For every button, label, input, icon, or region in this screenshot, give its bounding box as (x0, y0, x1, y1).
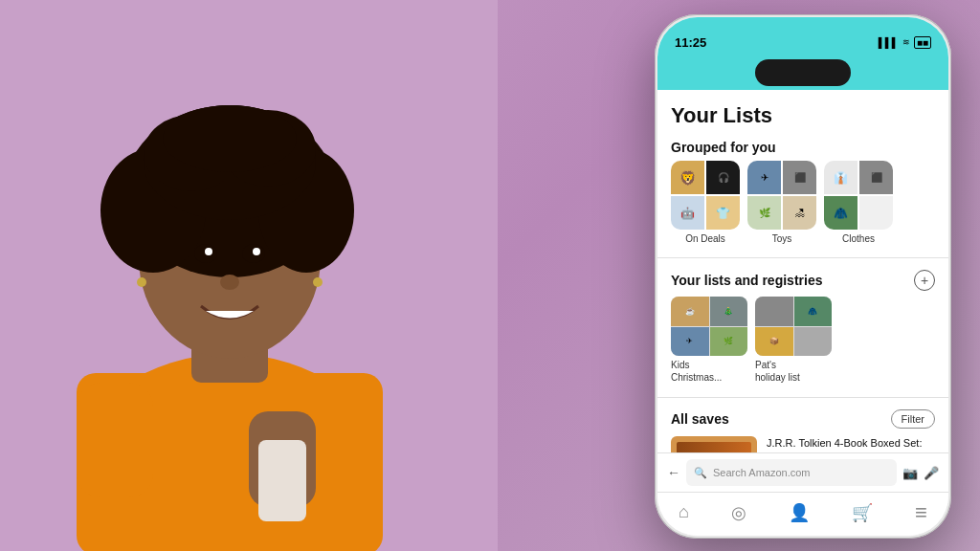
account-icon: 👤 (789, 502, 810, 523)
book-stack (671, 436, 757, 452)
toys-cell-2 (783, 161, 816, 194)
category-clothes[interactable]: Clothes (824, 161, 893, 244)
product-title: J.R.R. Tolkien 4-Book Boxed Set: The Hob… (767, 436, 935, 452)
svg-point-14 (205, 248, 212, 255)
search-icon: 🔍 (694, 467, 707, 479)
on-deals-cell-2 (706, 161, 740, 194)
clothes-cell-2 (859, 161, 893, 194)
toys-cell-3 (747, 196, 781, 230)
pats-holiday-label: Pat'sholiday list (755, 359, 832, 384)
home-icon: ⌂ (679, 502, 689, 522)
kc-cell-4: 🌿 (710, 327, 748, 357)
nav-home[interactable]: ⌂ (679, 502, 689, 522)
status-bar: 11:25 ▌▌▌ ≋ ■■ (657, 17, 948, 59)
screen-content[interactable]: Your Lists Grouped for you On Deals (657, 90, 948, 452)
menu-icon: ≡ (915, 500, 927, 525)
nav-account[interactable]: 👤 (789, 502, 810, 523)
signal-icon: ▌▌▌ (879, 37, 899, 48)
battery-icon: ■■ (914, 36, 931, 49)
ph-cell-3: 📦 (755, 327, 793, 357)
saves-title: All saves (671, 411, 729, 427)
kc-cell-2: 🎄 (710, 297, 748, 326)
clothes-cell-3 (824, 196, 858, 230)
lists-title: Your lists and registries (671, 273, 822, 288)
nav-menu[interactable]: ≡ (915, 500, 927, 525)
camera-icon[interactable]: 📷 (902, 466, 918, 480)
toys-grid (747, 161, 816, 230)
add-list-button[interactable]: + (914, 270, 935, 291)
divider-2 (657, 397, 948, 398)
category-on-deals[interactable]: On Deals (671, 161, 740, 244)
page-title: Your Lists (657, 90, 948, 134)
dynamic-island-area (657, 59, 948, 90)
product-card[interactable]: J.R.R. Tolkien 4-Book Boxed Set: The Hob… (657, 436, 948, 452)
list-item-kids-christmas[interactable]: ☕ 🎄 ✈ 🌿 KidsChristmas... (671, 297, 747, 384)
person-photo (0, 0, 498, 551)
mic-icon[interactable]: 🎤 (924, 466, 939, 480)
lists-section-header: Your lists and registries + (657, 262, 948, 297)
kids-christmas-img: ☕ 🎄 ✈ 🌿 (671, 297, 747, 356)
ph-cell-2: 🧥 (794, 297, 833, 326)
toys-cell-4 (783, 196, 816, 230)
svg-point-15 (253, 248, 260, 255)
saves-header: All saves Filter (657, 402, 948, 436)
svg-rect-21 (77, 383, 153, 497)
clothes-label: Clothes (842, 233, 875, 244)
svg-point-18 (313, 277, 323, 287)
svg-rect-20 (258, 440, 306, 521)
svg-point-17 (137, 277, 146, 287)
on-deals-cell-4 (706, 196, 740, 230)
svg-point-11 (163, 105, 297, 172)
back-button[interactable]: ← (667, 465, 680, 480)
on-deals-label: On Deals (685, 233, 725, 244)
cart-icon: 🛒 (852, 502, 873, 523)
nav-search[interactable]: ◎ (731, 502, 746, 523)
list-item-pats-holiday[interactable]: 🧥 📦 Pat'sholiday list (755, 297, 832, 384)
categories-row: On Deals Toys (657, 161, 948, 253)
search-input[interactable]: 🔍 Search Amazon.com (686, 459, 897, 486)
toys-label: Toys (772, 233, 792, 244)
pats-holiday-img: 🧥 📦 (755, 297, 832, 356)
clothes-cell-4 (859, 196, 893, 230)
nav-cart[interactable]: 🛒 (852, 502, 873, 523)
kc-cell-1: ☕ (671, 297, 709, 326)
bottom-nav: ⌂ ◎ 👤 🛒 ≡ (657, 492, 948, 536)
on-deals-cell-1 (671, 161, 704, 194)
category-toys[interactable]: Toys (747, 161, 816, 244)
search-placeholder: Search Amazon.com (713, 467, 811, 478)
wifi-icon: ≋ (902, 37, 910, 47)
status-icons: ▌▌▌ ≋ ■■ (879, 36, 931, 49)
dynamic-island-pill (755, 59, 851, 86)
lists-row[interactable]: ☕ 🎄 ✈ 🌿 KidsChristmas... 🧥 📦 (657, 297, 948, 393)
grouped-section-header: Grouped for you (657, 134, 948, 161)
clothes-cell-1 (824, 161, 858, 194)
product-details: J.R.R. Tolkien 4-Book Boxed Set: The Hob… (767, 436, 935, 452)
product-image (671, 436, 757, 452)
svg-point-16 (220, 275, 239, 290)
kids-christmas-label: KidsChristmas... (671, 359, 747, 384)
toys-cell-1 (747, 161, 781, 194)
ph-cell-1 (755, 297, 793, 326)
status-time: 11:25 (675, 35, 706, 50)
phone-screen: 11:25 ▌▌▌ ≋ ■■ Your Lists Grouped for yo… (657, 17, 948, 536)
phone-device: 11:25 ▌▌▌ ≋ ■■ Your Lists Grouped for yo… (655, 14, 951, 539)
on-deals-cell-3 (671, 196, 704, 230)
ph-cell-4 (794, 327, 833, 357)
clothes-grid (824, 161, 893, 230)
search-bar-area: ← 🔍 Search Amazon.com 📷 🎤 (657, 452, 948, 492)
search-nav-icon: ◎ (731, 502, 746, 523)
on-deals-grid (671, 161, 740, 230)
filter-button[interactable]: Filter (891, 409, 935, 429)
kc-cell-3: ✈ (671, 327, 709, 357)
divider-1 (657, 257, 948, 258)
phone-frame: 11:25 ▌▌▌ ≋ ■■ Your Lists Grouped for yo… (655, 14, 951, 539)
